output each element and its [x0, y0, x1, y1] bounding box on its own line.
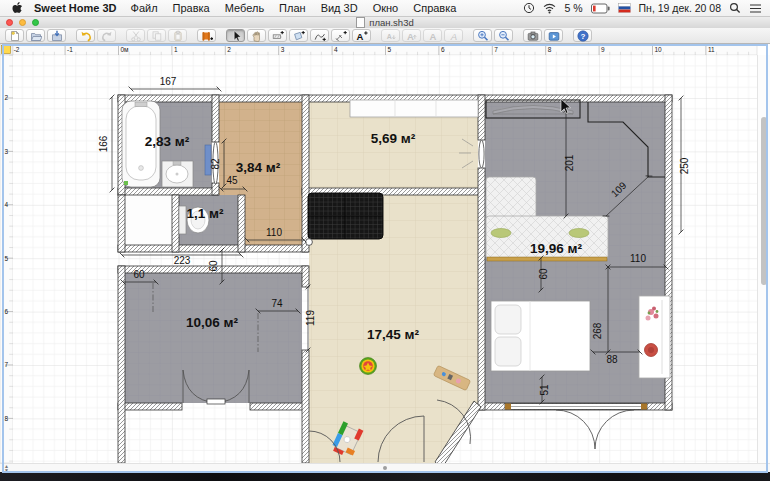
menu-item-Мебель[interactable]: Мебель [225, 2, 264, 14]
svg-text:6: 6 [4, 308, 8, 315]
double-bed[interactable] [491, 301, 590, 371]
menu-item-Вид 3D[interactable]: Вид 3D [321, 2, 358, 14]
menu-item-Справка[interactable]: Справка [413, 2, 456, 14]
cut-button[interactable] [126, 29, 145, 42]
room-floor-small-room[interactable] [125, 273, 302, 403]
dimension-label: 45 [226, 175, 238, 186]
menu-item-План[interactable]: План [279, 2, 306, 14]
menu-item-Файл[interactable]: Файл [131, 2, 158, 14]
sink[interactable] [162, 161, 193, 187]
increase-text-size-button[interactable]: A [402, 29, 421, 42]
dimension-label: 60 [133, 269, 145, 280]
bold-button[interactable]: A [423, 29, 442, 42]
undo-button[interactable] [76, 29, 95, 42]
svg-text:-1: -1 [67, 46, 73, 53]
dresser[interactable] [639, 296, 670, 378]
pan-icon [251, 30, 263, 42]
dimension-label: 60 [208, 260, 219, 272]
add-furniture-button[interactable] [197, 29, 216, 42]
create-polylines-button[interactable] [310, 29, 329, 42]
split-divider-handle[interactable] [383, 466, 387, 470]
svg-text:3: 3 [4, 148, 8, 155]
dimension-label: 60 [538, 268, 549, 280]
save-document-button[interactable] [47, 29, 66, 42]
sofa-dark[interactable] [306, 193, 383, 245]
sofa-cushion [569, 229, 589, 238]
add-text-icon: A [356, 30, 368, 42]
copy-button[interactable] [147, 29, 166, 42]
room-label-kitchen: 5,69 м² [371, 131, 416, 146]
new-document-button[interactable] [5, 29, 24, 42]
wifi-icon[interactable] [543, 3, 556, 14]
kitchen-counter[interactable] [350, 100, 478, 117]
russian-flag-icon[interactable] [618, 3, 631, 13]
create-walls-button[interactable] [268, 29, 287, 42]
dimension-label: 250 [679, 157, 690, 174]
svg-text:4: 4 [334, 46, 338, 53]
room-label-small-room: 10,06 м² [186, 315, 239, 330]
dimension-label: 268 [592, 322, 603, 339]
create-rooms-button[interactable] [289, 29, 308, 42]
document-title: план.sh3d [369, 17, 413, 28]
minimize-button[interactable] [19, 19, 26, 26]
menu-item-Окно[interactable]: Окно [373, 2, 399, 14]
vertical-scrollbar[interactable] [757, 55, 770, 463]
horizontal-scrollbar[interactable]: ▲▼ [0, 463, 770, 472]
dimension-label: 201 [564, 154, 575, 171]
small-round-object[interactable] [306, 239, 313, 246]
create-walls-icon [272, 30, 284, 42]
add-text-button[interactable]: A [352, 29, 371, 42]
svg-text:10: 10 [655, 46, 663, 53]
svg-text:7: 7 [4, 361, 8, 368]
room-label-bathroom: 2,83 м² [145, 134, 190, 149]
floor-plan-canvas[interactable]: -2-10м1234567891011 2345678 [0, 44, 770, 463]
zoom-out-button[interactable] [494, 29, 513, 42]
paste-button[interactable] [168, 29, 187, 42]
create-photo-button[interactable] [523, 29, 542, 42]
zoom-button[interactable] [32, 19, 39, 26]
notification-center-icon[interactable] [749, 3, 762, 14]
create-video-button[interactable] [544, 29, 563, 42]
help-button[interactable]: ? [573, 29, 592, 42]
open-document-button[interactable] [26, 29, 45, 42]
app-name[interactable]: Sweet Home 3D [34, 2, 117, 14]
dimension-label: 82 [210, 158, 221, 170]
floor-unassigned[interactable] [125, 195, 172, 245]
pan-button[interactable] [247, 29, 266, 42]
help-icon: ? [577, 30, 589, 42]
open-document-icon [30, 30, 42, 42]
clock-icon[interactable] [523, 2, 535, 14]
create-dimensions-icon [335, 30, 347, 42]
menu-status-area: 5 % Пн, 19 дек. 20 08 [523, 2, 762, 14]
close-button[interactable] [6, 19, 13, 26]
select-button[interactable] [226, 29, 245, 42]
dimension-label: 74 [271, 298, 283, 309]
toolbar: AAAAA? [0, 28, 770, 44]
zoom-in-button[interactable] [473, 29, 492, 42]
italic-button[interactable]: A [444, 29, 463, 42]
spotlight-search-icon[interactable] [729, 2, 741, 14]
increase-text-size-icon: A [406, 30, 418, 42]
pillow [495, 337, 521, 366]
scrollbar-arrows-icon[interactable]: ▲▼ [4, 465, 9, 472]
svg-text:A: A [356, 30, 363, 41]
round-toy[interactable] [360, 358, 377, 375]
dimension-label: 88 [606, 354, 618, 365]
battery-icon[interactable] [591, 3, 610, 14]
apple-logo-icon[interactable] [12, 2, 24, 15]
create-photo-icon [527, 30, 539, 42]
dimension-label: 119 [305, 310, 316, 326]
view-3d-panel-edge[interactable] [0, 472, 770, 481]
menu-datetime[interactable]: Пн, 19 дек. 20 08 [639, 2, 721, 14]
vertical-scrollbar-thumb[interactable] [761, 117, 767, 285]
svg-text:8: 8 [548, 46, 552, 53]
menu-item-Правка[interactable]: Правка [173, 2, 210, 14]
redo-icon [101, 30, 113, 42]
create-dimensions-button[interactable] [331, 29, 350, 42]
decrease-text-size-button[interactable]: A [381, 29, 400, 42]
copy-icon [151, 30, 163, 42]
select-icon [230, 30, 242, 42]
zoom-in-icon [477, 30, 489, 42]
redo-button[interactable] [97, 29, 116, 42]
undo-icon [80, 30, 92, 42]
